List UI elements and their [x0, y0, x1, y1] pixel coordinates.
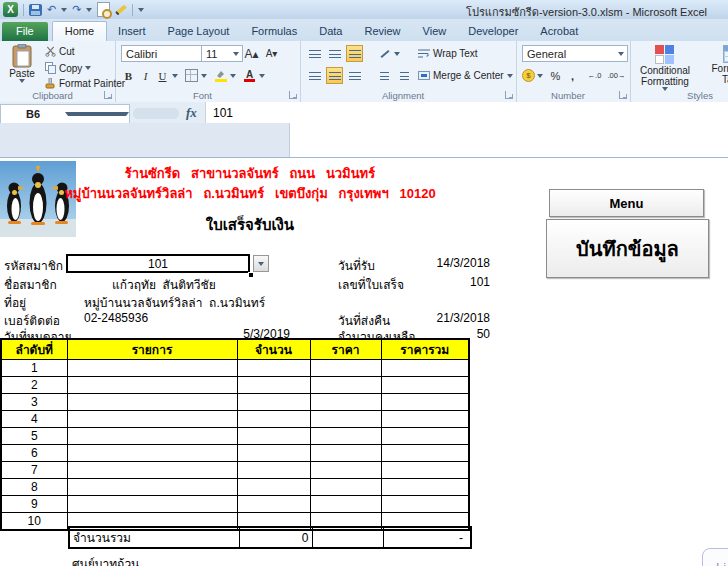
- font-dialog-launcher-icon[interactable]: [289, 91, 297, 99]
- receive-date-value[interactable]: 14/3/2018: [408, 256, 490, 270]
- insert-function-button[interactable]: fx: [186, 105, 197, 121]
- shrink-font-button[interactable]: A▾: [263, 45, 280, 62]
- phone-value[interactable]: 02-2485936: [84, 311, 148, 325]
- member-id-dropdown-button[interactable]: [253, 255, 269, 272]
- item-cell[interactable]: [67, 428, 237, 445]
- item-cell[interactable]: [237, 360, 310, 377]
- tab-view[interactable]: View: [412, 22, 458, 41]
- decrease-decimal-button[interactable]: .00→: [606, 67, 627, 84]
- item-cell[interactable]: [67, 411, 237, 428]
- format-painter-button[interactable]: Format Painter: [45, 78, 125, 89]
- formula-bar-expanded-area[interactable]: [290, 123, 728, 157]
- item-cell[interactable]: [381, 479, 469, 496]
- item-cell[interactable]: [310, 411, 381, 428]
- save-icon[interactable]: [29, 4, 42, 16]
- item-cell[interactable]: [381, 360, 469, 377]
- selection-fill-handle[interactable]: [248, 272, 254, 278]
- col-header-item[interactable]: รายการ: [67, 339, 237, 360]
- menu-button[interactable]: Menu: [549, 189, 704, 217]
- item-cell[interactable]: [237, 479, 310, 496]
- fill-color-button[interactable]: [212, 67, 229, 84]
- bold-button[interactable]: B: [120, 67, 137, 84]
- print-preview-icon[interactable]: [97, 2, 110, 17]
- item-cell[interactable]: [310, 428, 381, 445]
- grow-font-button[interactable]: A▴: [243, 45, 260, 62]
- align-top-button[interactable]: [306, 45, 323, 62]
- receipt-no-value[interactable]: 101: [408, 275, 490, 289]
- item-no-cell[interactable]: 10: [1, 513, 67, 531]
- font-color-button[interactable]: A: [241, 67, 258, 84]
- item-cell[interactable]: [310, 445, 381, 462]
- conditional-formatting-button[interactable]: Conditional Formatting: [633, 45, 697, 91]
- merge-center-button[interactable]: Merge & Center: [418, 70, 513, 81]
- item-cell[interactable]: [381, 377, 469, 394]
- item-cell[interactable]: [381, 462, 469, 479]
- redo-dropdown-icon[interactable]: [86, 8, 92, 12]
- total-label-cell[interactable]: จำนวนรวม: [69, 527, 239, 548]
- item-no-cell[interactable]: 4: [1, 411, 67, 428]
- copy-button[interactable]: Copy: [45, 62, 91, 74]
- item-no-cell[interactable]: 1: [1, 360, 67, 377]
- grand-total-cell[interactable]: -: [383, 527, 471, 548]
- item-cell[interactable]: [310, 496, 381, 513]
- item-cell[interactable]: [381, 428, 469, 445]
- orientation-button[interactable]: [376, 45, 393, 62]
- tab-acrobat[interactable]: Acrobat: [529, 22, 589, 41]
- item-no-cell[interactable]: 8: [1, 479, 67, 496]
- item-no-cell[interactable]: 3: [1, 394, 67, 411]
- col-header-total[interactable]: ราคารวม: [381, 339, 469, 360]
- item-cell[interactable]: [310, 360, 381, 377]
- item-cell[interactable]: [310, 377, 381, 394]
- item-cell[interactable]: [67, 462, 237, 479]
- item-cell[interactable]: [237, 462, 310, 479]
- item-cell[interactable]: [237, 428, 310, 445]
- item-cell[interactable]: [310, 462, 381, 479]
- qat-customize-icon[interactable]: [138, 8, 144, 12]
- cut-button[interactable]: Cut: [45, 46, 75, 57]
- return-date-value[interactable]: 21/3/2018: [408, 311, 490, 325]
- align-left-button[interactable]: [306, 67, 323, 84]
- item-no-cell[interactable]: 5: [1, 428, 67, 445]
- item-cell[interactable]: [310, 479, 381, 496]
- item-cell[interactable]: [67, 360, 237, 377]
- item-cell[interactable]: [381, 445, 469, 462]
- italic-button[interactable]: I: [137, 67, 154, 84]
- align-middle-button[interactable]: [326, 45, 343, 62]
- excel-logo-icon[interactable]: X: [3, 2, 18, 17]
- number-dialog-launcher-icon[interactable]: [619, 91, 627, 99]
- item-cell[interactable]: [67, 377, 237, 394]
- tab-file[interactable]: File: [2, 22, 48, 41]
- align-right-button[interactable]: [346, 67, 363, 84]
- paste-button[interactable]: Paste: [3, 44, 41, 96]
- item-cell[interactable]: [67, 394, 237, 411]
- item-no-cell[interactable]: 2: [1, 377, 67, 394]
- underline-dropdown-icon[interactable]: [172, 74, 178, 78]
- tab-page-layout[interactable]: Page Layout: [157, 22, 241, 41]
- member-id-cell[interactable]: 101: [66, 254, 250, 273]
- tab-data[interactable]: Data: [308, 22, 353, 41]
- item-no-cell[interactable]: 9: [1, 496, 67, 513]
- name-box-dropdown-icon[interactable]: [65, 112, 129, 116]
- item-no-cell[interactable]: 6: [1, 445, 67, 462]
- alignment-dialog-launcher-icon[interactable]: [505, 91, 513, 99]
- font-size-combobox[interactable]: 11: [201, 45, 243, 62]
- underline-button[interactable]: U: [154, 67, 171, 84]
- save-data-button[interactable]: บันทึกข้อมูล: [546, 219, 709, 278]
- edit-pencil-icon[interactable]: [116, 4, 128, 15]
- item-cell[interactable]: [67, 496, 237, 513]
- total-qty-cell[interactable]: 0: [239, 527, 312, 548]
- item-cell[interactable]: [237, 411, 310, 428]
- percent-style-button[interactable]: %: [547, 67, 564, 84]
- item-cell[interactable]: [381, 411, 469, 428]
- decrease-indent-button[interactable]: [376, 67, 393, 84]
- col-header-price[interactable]: ราคา: [310, 339, 381, 360]
- redo-icon[interactable]: ↷: [72, 3, 81, 16]
- undo-dropdown-icon[interactable]: [61, 8, 67, 12]
- item-cell[interactable]: [237, 445, 310, 462]
- item-cell[interactable]: [237, 394, 310, 411]
- font-color-dropdown-icon[interactable]: [259, 74, 265, 78]
- tab-home[interactable]: Home: [52, 21, 107, 41]
- increase-indent-button[interactable]: [396, 67, 413, 84]
- wrap-text-button[interactable]: Wrap Text: [418, 48, 478, 59]
- total-price-empty-cell[interactable]: [312, 527, 383, 548]
